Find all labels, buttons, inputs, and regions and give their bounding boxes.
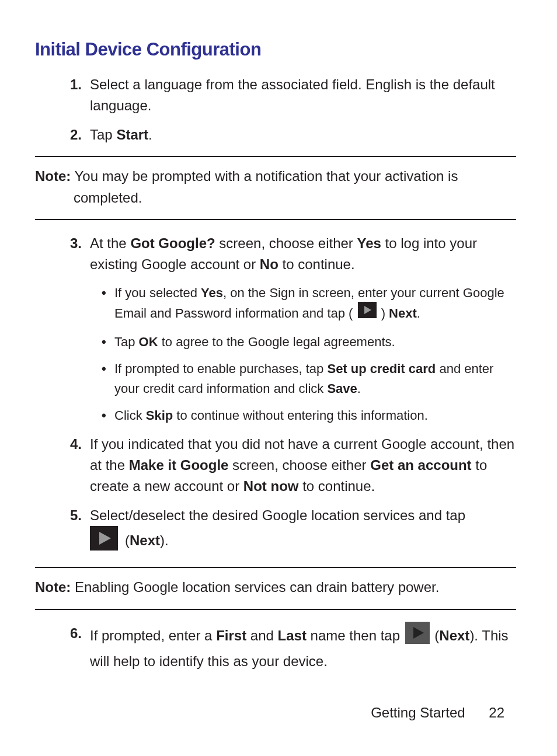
step-2: 2. Tap Start. (58, 124, 516, 145)
step-list-cont: 3. At the Got Google? screen, choose eit… (35, 233, 516, 557)
step-number: 4. (58, 434, 82, 455)
step-text: Select/deselect the desired Google locat… (90, 507, 465, 548)
step-number: 3. (58, 233, 82, 254)
step-text: If prompted, enter a First and Last name… (90, 628, 509, 669)
step-6: 6. If prompted, enter a First and Last n… (58, 623, 516, 672)
sub-item: If prompted to enable purchases, tap Set… (102, 359, 516, 399)
note-label: Note: (35, 579, 71, 595)
step-text: Tap Start. (90, 127, 152, 142)
step-number: 5. (58, 505, 82, 526)
note-continuation: completed. (74, 187, 516, 208)
play-icon (90, 526, 118, 556)
note-label: Note: (35, 168, 71, 184)
note-text: You may be prompted with a notification … (71, 168, 458, 184)
step-5: 5. Select/deselect the desired Google lo… (58, 505, 516, 556)
footer-page-number: 22 (489, 705, 504, 720)
step-list: 1. Select a language from the associated… (35, 74, 516, 145)
sub-item: Tap OK to agree to the Google legal agre… (102, 332, 516, 352)
step-text: Select a language from the associated fi… (90, 76, 495, 113)
play-icon (358, 302, 377, 324)
step-number: 1. (58, 74, 82, 95)
page-title: Initial Device Configuration (35, 36, 516, 64)
page-footer: Getting Started 22 (371, 702, 504, 723)
step-4: 4. If you indicated that you did not hav… (58, 434, 516, 497)
play-icon (405, 622, 430, 650)
step-number: 6. (58, 623, 82, 644)
step-list-cont2: 6. If prompted, enter a First and Last n… (35, 623, 516, 672)
step-text: At the Got Google? screen, choose either… (90, 235, 477, 272)
step-number: 2. (58, 124, 82, 145)
note-text: Enabling Google location services can dr… (71, 579, 439, 595)
sub-item: If you selected Yes, on the Sign in scre… (102, 283, 516, 325)
sub-item: Click Skip to continue without entering … (102, 406, 516, 426)
step-3: 3. At the Got Google? screen, choose eit… (58, 233, 516, 426)
step-1: 1. Select a language from the associated… (58, 74, 516, 116)
sub-list: If you selected Yes, on the Sign in scre… (90, 283, 516, 426)
footer-section: Getting Started (371, 705, 465, 720)
note-location: Note: Enabling Google location services … (35, 567, 516, 609)
step-text: If you indicated that you did not have a… (90, 436, 514, 494)
note-activation: Note: You may be prompted with a notific… (35, 156, 516, 220)
